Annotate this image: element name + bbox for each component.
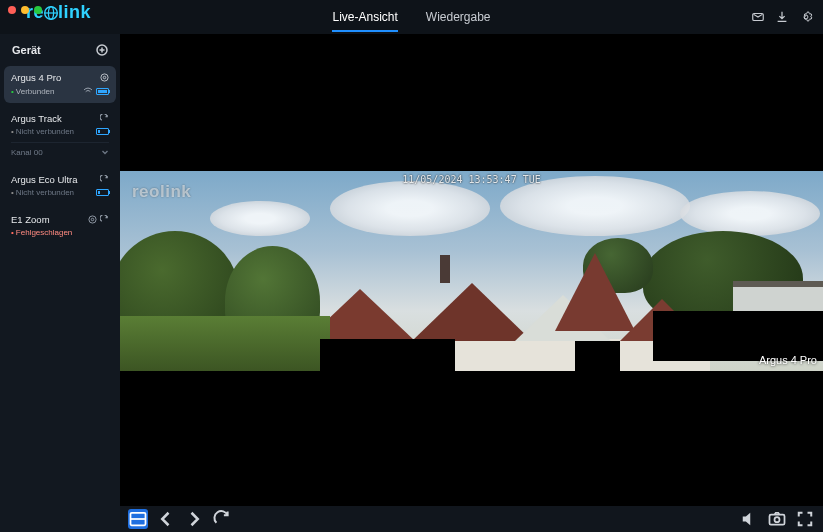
brand-globe-icon <box>43 5 59 21</box>
device-item-argus-4-pro[interactable]: Argus 4 Pro Verbunden <box>4 66 116 103</box>
video-area: reolink 11/05/2024 13:53:47 TUE Argus 4 … <box>120 34 823 532</box>
device-status: Verbunden <box>11 87 55 96</box>
volume-button[interactable] <box>739 509 759 529</box>
svg-point-12 <box>775 517 780 522</box>
camera-feed <box>120 171 823 371</box>
feed-camera-label: Argus 4 Pro <box>759 354 817 366</box>
download-icon[interactable] <box>775 10 789 24</box>
refresh-icon[interactable] <box>100 175 109 184</box>
svg-point-5 <box>103 76 106 79</box>
device-item-e1-zoom[interactable]: E1 Zoom Fehlgeschlagen <box>4 208 116 244</box>
sidebar-header: Gerät <box>4 38 116 62</box>
feed-timestamp: 11/05/2024 13:53:47 TUE <box>402 174 540 185</box>
tab-playback[interactable]: Wiedergabe <box>426 2 491 32</box>
top-bar: re link Live-Ansicht Wiedergabe <box>0 0 823 34</box>
main-tabs: Live-Ansicht Wiedergabe <box>332 2 490 32</box>
device-channel[interactable]: Kanal 00 <box>11 142 109 157</box>
prev-button[interactable] <box>156 509 176 529</box>
video-stage[interactable]: reolink 11/05/2024 13:53:47 TUE Argus 4 … <box>120 34 823 506</box>
layout-button[interactable] <box>128 509 148 529</box>
device-status: Nicht verbunden <box>11 188 74 197</box>
video-toolbar <box>120 506 823 532</box>
tab-live-view[interactable]: Live-Ansicht <box>332 2 397 32</box>
brand-text-2: link <box>58 2 91 23</box>
device-name: Argus Eco Ultra <box>11 174 78 185</box>
svg-point-8 <box>89 216 96 223</box>
refresh-icon[interactable] <box>100 114 109 123</box>
snapshot-button[interactable] <box>767 509 787 529</box>
top-right-icons <box>751 10 813 24</box>
svg-rect-11 <box>770 515 785 525</box>
feed-watermark: reolink <box>132 182 191 202</box>
window-controls <box>8 6 42 14</box>
device-name: Argus 4 Pro <box>11 72 61 83</box>
device-item-argus-track[interactable]: Argus Track Nicht verbunden Kanal 00 <box>4 107 116 164</box>
device-status: Nicht verbunden <box>11 127 74 136</box>
device-settings-icon[interactable] <box>100 73 109 82</box>
refresh-button[interactable] <box>212 509 232 529</box>
svg-point-6 <box>101 74 108 81</box>
gear-icon[interactable] <box>799 10 813 24</box>
device-name: E1 Zoom <box>11 214 50 225</box>
device-status: Fehlgeschlagen <box>11 228 72 237</box>
svg-point-7 <box>91 218 94 221</box>
fullscreen-button[interactable] <box>795 509 815 529</box>
add-device-button[interactable] <box>96 44 108 56</box>
wifi-icon <box>83 86 93 96</box>
device-item-argus-eco-ultra[interactable]: Argus Eco Ultra Nicht verbunden <box>4 168 116 204</box>
sidebar-title: Gerät <box>12 44 41 56</box>
refresh-icon[interactable] <box>100 215 109 224</box>
battery-icon <box>96 128 109 135</box>
message-icon[interactable] <box>751 10 765 24</box>
close-window-button[interactable] <box>8 6 16 14</box>
device-settings-icon[interactable] <box>88 215 97 224</box>
maximize-window-button[interactable] <box>34 6 42 14</box>
minimize-window-button[interactable] <box>21 6 29 14</box>
device-name: Argus Track <box>11 113 62 124</box>
battery-icon <box>96 88 109 95</box>
next-button[interactable] <box>184 509 204 529</box>
battery-icon <box>96 189 109 196</box>
device-sidebar: Gerät Argus 4 Pro Verbunden Argus Track <box>0 34 120 532</box>
chevron-down-icon <box>101 148 109 156</box>
